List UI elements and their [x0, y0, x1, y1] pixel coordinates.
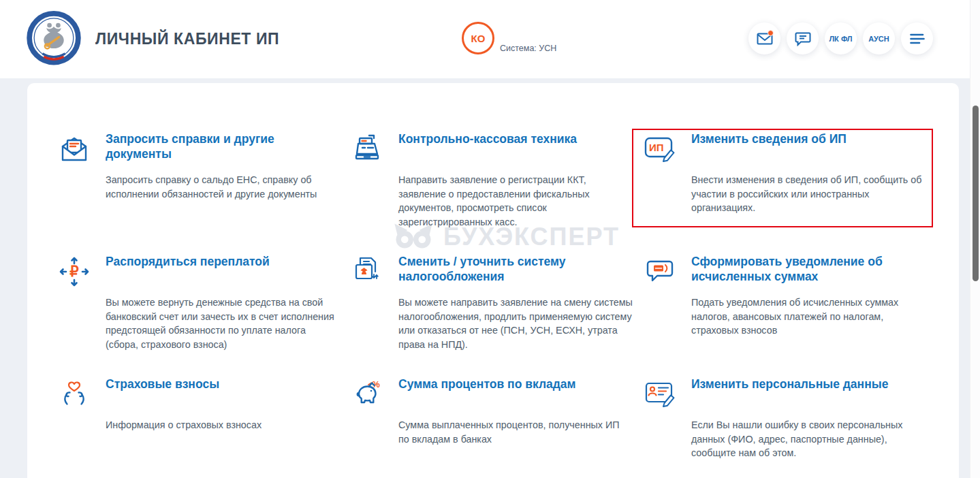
- services-grid: Запросить справки и другие документы Зап…: [58, 131, 936, 478]
- card-title[interactable]: Сменить / уточнить систему налогообложен…: [398, 254, 633, 287]
- avatar[interactable]: КО: [462, 22, 494, 54]
- card-change-personal-data[interactable]: Изменить персональные данные Если Вы наш…: [644, 377, 928, 478]
- card-cash-register-equipment[interactable]: Контрольно-кассовая техника Направить за…: [351, 131, 635, 254]
- lk-fl-button[interactable]: ЛК ФЛ: [825, 22, 857, 54]
- notification-bubble-icon: [644, 255, 676, 377]
- card-title[interactable]: Распорядиться переплатой: [106, 254, 340, 287]
- card-description: Сумма выплаченных процентов, полученных …: [398, 418, 633, 446]
- scrollbar-thumb[interactable]: [973, 106, 979, 281]
- card-title[interactable]: Сумма процентов по вкладам: [398, 377, 633, 409]
- scrollbar[interactable]: [970, 0, 980, 478]
- header: ЛИЧНЫЙ КАБИНЕТ ИП КО Система: УСН: [0, 0, 970, 78]
- card-description: Вы можете вернуть денежные средства на с…: [106, 296, 340, 351]
- card-description: Направить заявление о регистрации ККТ, з…: [398, 173, 633, 229]
- card-description: Если Вы нашли ошибку в своих персональны…: [691, 418, 926, 460]
- card-create-tax-notification[interactable]: Сформировать уведомление об исчисленных …: [644, 254, 928, 377]
- card-description: Информация о страховых взносах: [106, 418, 340, 432]
- card-title[interactable]: Изменить сведения об ИП: [691, 131, 926, 164]
- card-description: Вы можете направить заявление на смену с…: [398, 296, 633, 351]
- menu-button[interactable]: [901, 22, 933, 54]
- tax-system-label: Система: УСН: [500, 44, 556, 53]
- piggy-bank-icon: %: [351, 378, 383, 478]
- card-title[interactable]: Контрольно-кассовая техника: [398, 131, 633, 164]
- chat-button[interactable]: [787, 22, 819, 54]
- app-title: ЛИЧНЫЙ КАБИНЕТ ИП: [95, 30, 279, 48]
- heart-hands-icon: [58, 378, 91, 478]
- svg-text:ИП: ИП: [649, 142, 664, 153]
- avatar-initials: КО: [471, 33, 486, 44]
- person-card-edit-icon: [644, 378, 676, 478]
- card-manage-overpayment[interactable]: ₽ Распорядиться переплатой Вы можете вер…: [58, 254, 343, 377]
- cash-register-icon: [351, 133, 383, 254]
- card-description: Внести изменения в сведения об ИП, сообщ…: [691, 173, 926, 215]
- card-title[interactable]: Изменить персональные данные: [691, 377, 926, 409]
- card-description: Запросить справку о сальдо ЕНС, справку …: [106, 173, 340, 201]
- ruble-arrows-icon: ₽: [58, 255, 91, 377]
- card-title[interactable]: Сформировать уведомление об исчисленных …: [691, 254, 926, 287]
- chat-icon: [795, 31, 811, 46]
- card-request-documents[interactable]: Запросить справки и другие документы Зап…: [58, 131, 343, 254]
- ip-edit-icon: ИП: [644, 133, 676, 254]
- hamburger-menu-icon: [910, 33, 925, 44]
- services-panel: БУХЭКСПЕРТ Запросить справки и другие до…: [27, 83, 959, 478]
- ausn-button[interactable]: АУСН: [863, 22, 895, 54]
- tax-documents-icon: [351, 255, 383, 377]
- card-deposit-interest[interactable]: % Сумма процентов по вкладам Сумма выпла…: [351, 377, 635, 478]
- messages-button[interactable]: [748, 22, 780, 54]
- card-title[interactable]: Страховые взносы: [106, 377, 340, 409]
- card-change-ip-info[interactable]: ИП Изменить сведения об ИП Внести измене…: [644, 131, 928, 254]
- fns-logo[interactable]: [26, 10, 82, 68]
- card-change-tax-system[interactable]: Сменить / уточнить систему налогообложен…: [351, 254, 635, 377]
- notification-dot: [768, 30, 774, 36]
- card-description: Подать уведомления об исчисленных суммах…: [691, 296, 926, 338]
- svg-text:₽: ₽: [69, 264, 79, 279]
- card-title[interactable]: Запросить справки и другие документы: [106, 131, 340, 164]
- envelope-document-icon: [58, 133, 91, 254]
- card-insurance-contributions[interactable]: Страховые взносы Информация о страховых …: [58, 377, 343, 478]
